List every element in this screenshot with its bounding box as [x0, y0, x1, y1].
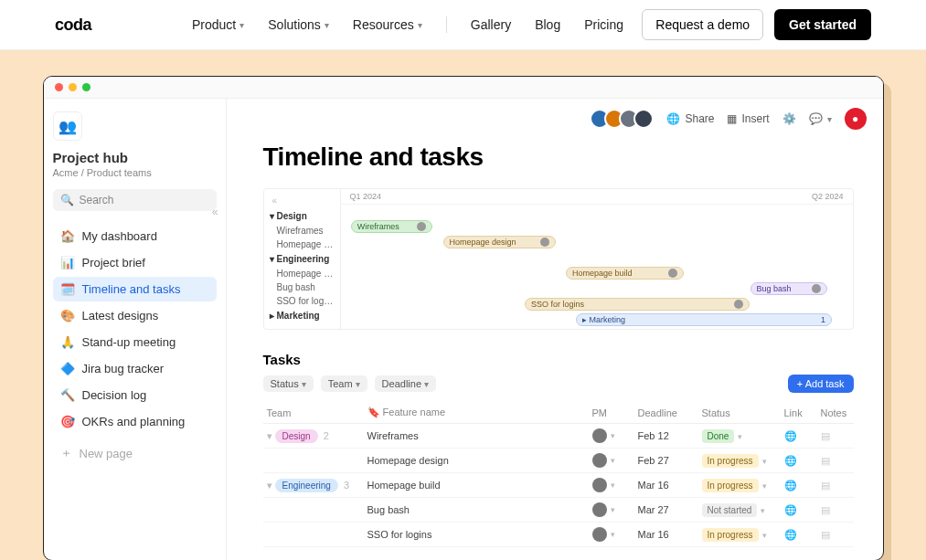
col-notes[interactable]: Notes: [817, 402, 854, 424]
cell-deadline[interactable]: Mar 16: [634, 523, 698, 547]
share-button[interactable]: 🌐Share: [666, 112, 714, 125]
collapse-sidebar-icon[interactable]: «: [212, 206, 218, 218]
table-row[interactable]: ▾Design2Wireframes▾Feb 12Done▾🌐▤: [263, 424, 854, 449]
cell-notes[interactable]: ▤: [817, 449, 854, 473]
cell-pm[interactable]: ▾: [589, 523, 634, 547]
gantt-bar-sso[interactable]: SSO for logins: [525, 298, 750, 311]
cell-link[interactable]: 🌐: [781, 424, 817, 449]
collapse-gantt-icon[interactable]: «: [270, 193, 335, 208]
cell-status[interactable]: Not started▾: [698, 498, 781, 523]
gantt-group[interactable]: ▾Engineering: [270, 254, 335, 264]
sidebar-item-decision-log[interactable]: 🔨Decision log: [53, 383, 217, 407]
col-pm[interactable]: PM: [589, 402, 634, 424]
col-feature[interactable]: 🔖 Feature name: [364, 402, 589, 424]
sidebar-item-timeline-and-tasks[interactable]: 🗓️Timeline and tasks: [53, 277, 217, 301]
team-pill[interactable]: Design: [275, 429, 318, 443]
cell-feature[interactable]: Homepage build: [364, 473, 589, 498]
gantt-group[interactable]: ▸Marketing: [270, 311, 335, 321]
gantt-bar-bug-bash[interactable]: Bug bash: [750, 282, 827, 295]
cell-pm[interactable]: ▾: [589, 449, 634, 473]
sidebar-item-stand-up-meeting[interactable]: 🙏Stand-up meeting: [53, 330, 217, 354]
table-row[interactable]: ▾Engineering3Homepage build▾Mar 16In pro…: [263, 473, 854, 498]
col-status[interactable]: Status: [698, 402, 781, 424]
cell-notes[interactable]: ▤: [817, 498, 854, 523]
cell-pm[interactable]: ▾: [589, 498, 634, 523]
cell-link[interactable]: 🌐: [781, 449, 817, 473]
search-input[interactable]: 🔍 Search: [53, 189, 217, 211]
status-badge[interactable]: Done: [702, 429, 735, 443]
filter-deadline[interactable]: Deadline▾: [375, 375, 436, 392]
nav-product[interactable]: Product▾: [192, 17, 244, 32]
sidebar-item-latest-designs[interactable]: 🎨Latest designs: [53, 303, 217, 328]
doc-icon[interactable]: 👥: [53, 111, 82, 141]
cell-feature[interactable]: Homepage design: [364, 449, 589, 473]
cell-pm[interactable]: ▾: [589, 424, 634, 449]
sidebar-item-okrs-and-planning[interactable]: 🎯OKRs and planning: [53, 409, 217, 434]
gantt-row[interactable]: Wireframes: [270, 224, 335, 238]
logo[interactable]: coda: [55, 16, 91, 35]
cell-feature[interactable]: Bug bash: [364, 498, 589, 523]
nav-blog[interactable]: Blog: [535, 17, 560, 32]
cell-notes[interactable]: ▤: [817, 523, 854, 547]
avatar[interactable]: [633, 109, 654, 129]
comments-button[interactable]: 💬▾: [809, 112, 832, 125]
cell-pm[interactable]: ▾: [589, 473, 634, 498]
nav-resources[interactable]: Resources▾: [353, 17, 422, 32]
gantt-bar-marketing[interactable]: ▸ Marketing1: [576, 313, 832, 326]
status-badge[interactable]: In progress: [702, 528, 759, 542]
cell-notes[interactable]: ▤: [817, 424, 854, 449]
new-page-button[interactable]: ＋New page: [53, 439, 217, 467]
col-link[interactable]: Link: [781, 402, 817, 424]
gantt-group[interactable]: ▾Design: [270, 211, 335, 221]
sidebar-item-jira-bug-tracker[interactable]: 🔷Jira bug tracker: [53, 356, 217, 381]
doc-breadcrumb[interactable]: Acme / Product teams: [53, 167, 217, 178]
cell-status[interactable]: In progress▾: [698, 523, 781, 547]
nav-gallery[interactable]: Gallery: [471, 17, 511, 32]
cell-team[interactable]: ▾Design2: [263, 424, 364, 449]
col-deadline[interactable]: Deadline: [634, 402, 698, 424]
close-icon[interactable]: [55, 83, 63, 91]
presence-avatars[interactable]: [595, 109, 654, 129]
nav-pricing[interactable]: Pricing: [584, 17, 623, 32]
status-badge[interactable]: In progress: [702, 479, 759, 492]
cell-deadline[interactable]: Feb 27: [634, 449, 698, 473]
cell-status[interactable]: In progress▾: [698, 449, 781, 473]
gantt-row[interactable]: SSO for logins: [270, 294, 335, 308]
gantt-canvas[interactable]: Q1 2024Q2 2024 Wireframes Homepage desig…: [341, 189, 853, 329]
insert-button[interactable]: ▦Insert: [727, 112, 769, 125]
sidebar-item-project-brief[interactable]: 📊Project brief: [53, 250, 217, 275]
cell-status[interactable]: Done▾: [698, 424, 781, 449]
cell-status[interactable]: In progress▾: [698, 473, 781, 498]
table-row[interactable]: SSO for logins▾Mar 16In progress▾🌐▤: [263, 523, 854, 547]
cell-deadline[interactable]: Mar 27: [634, 498, 698, 523]
gantt-bar-wireframes[interactable]: Wireframes: [351, 220, 433, 233]
cell-notes[interactable]: ▤: [817, 473, 854, 498]
cell-feature[interactable]: Wireframes: [364, 424, 589, 449]
filter-status[interactable]: Status▾: [263, 375, 314, 392]
nav-solutions[interactable]: Solutions▾: [268, 17, 329, 32]
cell-team[interactable]: ▾Engineering3: [263, 473, 364, 498]
cell-link[interactable]: 🌐: [781, 498, 817, 523]
cell-feature[interactable]: SSO for logins: [364, 523, 589, 547]
table-row[interactable]: Bug bash▾Mar 27Not started▾🌐▤: [263, 498, 854, 523]
gantt-row[interactable]: Bug bash: [270, 280, 335, 294]
status-badge[interactable]: In progress: [702, 454, 759, 468]
minimize-icon[interactable]: [69, 83, 77, 91]
team-pill[interactable]: Engineering: [275, 479, 338, 492]
settings-button[interactable]: ⚙️: [782, 112, 796, 125]
request-demo-button[interactable]: Request a demo: [642, 9, 763, 40]
cell-link[interactable]: 🌐: [781, 523, 817, 547]
cell-deadline[interactable]: Mar 16: [634, 473, 698, 498]
cell-deadline[interactable]: Feb 12: [634, 424, 698, 449]
table-row[interactable]: Homepage design▾Feb 27In progress▾🌐▤: [263, 449, 854, 473]
user-avatar[interactable]: ●: [845, 108, 867, 130]
gantt-row[interactable]: Homepage desi…: [270, 238, 335, 251]
get-started-button[interactable]: Get started: [774, 9, 871, 40]
sidebar-item-my-dashboard[interactable]: 🏠My dashboard: [53, 224, 217, 248]
maximize-icon[interactable]: [82, 83, 90, 91]
status-badge[interactable]: Not started: [702, 503, 758, 517]
gantt-row[interactable]: Homepage build: [270, 267, 335, 280]
add-task-button[interactable]: + Add task: [788, 375, 854, 393]
col-team[interactable]: Team: [263, 402, 364, 424]
cell-link[interactable]: 🌐: [781, 473, 817, 498]
